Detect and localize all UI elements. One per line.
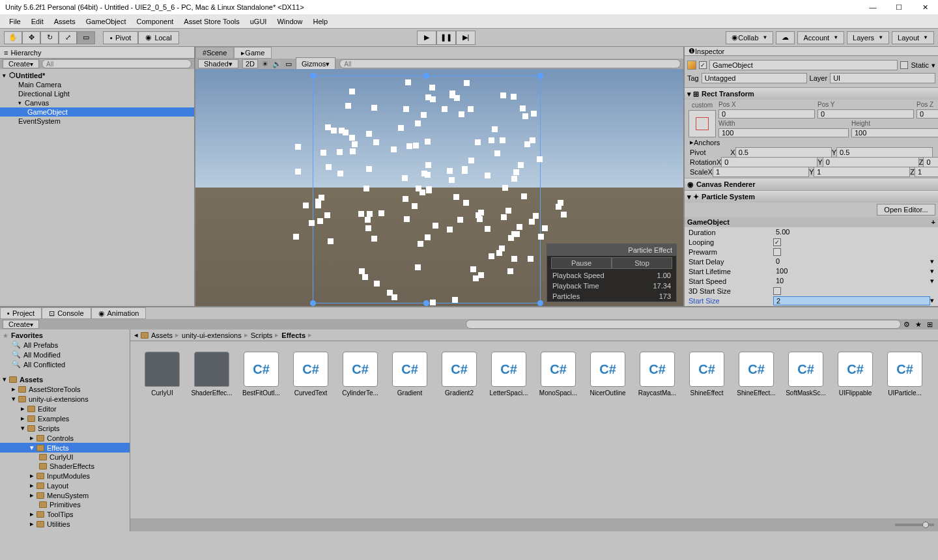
asset-softmasksc[interactable]: C#SoftMaskSc... [784, 352, 827, 397]
local-toggle[interactable]: ◉ Local [138, 31, 178, 44]
account-dropdown[interactable]: Account▼ [797, 31, 844, 44]
fav-conflicted[interactable]: 🔍 All Conflicted [0, 359, 130, 369]
open-editor-button[interactable]: Open Editor... [877, 204, 935, 216]
shading-dropdown[interactable]: Shaded ▾ [198, 59, 238, 68]
rect-tool[interactable]: ▭ [77, 31, 95, 44]
handle-tr[interactable] [537, 73, 543, 79]
handle-tl[interactable] [310, 73, 316, 79]
asset-cylinderte[interactable]: C#CylinderTe... [339, 352, 382, 397]
asset-uiflippable[interactable]: C#UIFlippable [834, 352, 877, 397]
scale-x[interactable] [713, 167, 809, 177]
create-dropdown[interactable]: Create ▾ [3, 59, 39, 68]
assets-root[interactable]: ▾ Assets [0, 374, 130, 384]
thumbnail-slider[interactable] [895, 524, 934, 526]
pos-z[interactable] [917, 109, 938, 119]
menu-file[interactable]: File [4, 18, 26, 25]
tree-utilities[interactable]: ▸ Utilities [0, 519, 130, 529]
canvas-renderer-header[interactable]: ◉ Canvas Renderer [685, 178, 938, 190]
pause-button[interactable]: ❚❚ [436, 31, 456, 45]
layer-dropdown[interactable]: UI [830, 73, 935, 83]
tree-tooltips[interactable]: ▸ ToolTips [0, 509, 130, 519]
tree-menusystem[interactable]: ▸ MenuSystem [0, 490, 130, 500]
tree-examples[interactable]: ▸ Examples [0, 413, 130, 423]
bc-effects[interactable]: Effects [281, 331, 306, 339]
hierarchy-search[interactable] [42, 59, 192, 68]
asset-letterspaci[interactable]: C#LetterSpaci... [487, 352, 530, 397]
filter-star-icon[interactable]: ★ [913, 320, 924, 329]
menu-window[interactable]: Window [272, 18, 307, 25]
menu-ugui[interactable]: uGUI [245, 18, 272, 25]
maximize-button[interactable]: ☐ [891, 3, 907, 12]
asset-niceroutline[interactable]: C#NicerOutline [586, 352, 629, 397]
fx-icon[interactable]: ▭ [285, 60, 292, 68]
rot-x[interactable] [721, 157, 817, 167]
lighting-icon[interactable]: ☀ [262, 60, 268, 68]
bc-ext[interactable]: unity-ui-extensions [182, 331, 242, 339]
menu-component[interactable]: Component [131, 18, 178, 25]
handle-tm[interactable] [423, 73, 429, 79]
pos-y[interactable] [817, 109, 914, 119]
rect-transform-header[interactable]: ▾ ⊞ Rect Transform [685, 88, 938, 100]
width-input[interactable] [718, 128, 849, 137]
play-button[interactable]: ▶ [417, 31, 436, 45]
project-search[interactable] [466, 320, 901, 329]
startlifetime-value[interactable]: 100 [773, 267, 930, 276]
tree-uiextensions[interactable]: ▾ unity-ui-extensions [0, 394, 130, 404]
prewarm-check[interactable] [773, 248, 781, 256]
scene-search[interactable] [339, 59, 681, 68]
asset-uiparticle[interactable]: C#UIParticle... [883, 352, 926, 397]
height-input[interactable] [851, 128, 938, 137]
pivot-x[interactable] [735, 147, 832, 158]
bc-scripts[interactable]: Scripts [251, 331, 273, 339]
handle-bl[interactable] [310, 300, 316, 306]
asset-gradient[interactable]: C#Gradient [388, 352, 431, 397]
hierarchy-item-camera[interactable]: Main Camera [0, 80, 194, 89]
object-name-input[interactable] [709, 60, 898, 70]
looping-check[interactable]: ✓ [773, 238, 781, 246]
asset-shadereffec[interactable]: ShaderEffec... [190, 352, 233, 397]
hierarchy-item-light[interactable]: Directional Light [0, 89, 194, 98]
asset-shineeffect[interactable]: C#ShineEffect... [735, 352, 778, 397]
handle-br[interactable] [537, 300, 543, 306]
asset-monospaci[interactable]: C#MonoSpaci... [537, 352, 580, 397]
asset-shineeffect[interactable]: C#ShineEffect [685, 352, 728, 397]
duration-value[interactable]: 5.00 [773, 228, 934, 237]
tree-primitives[interactable]: Primitives [0, 500, 130, 509]
menu-edit[interactable]: Edit [26, 18, 49, 25]
startsize3d-check[interactable] [773, 287, 781, 295]
tree-editor[interactable]: ▸ Editor [0, 404, 130, 413]
menu-gameobject[interactable]: GameObject [81, 18, 132, 25]
asset-curlyui[interactable]: CurlyUI [141, 352, 184, 397]
rot-z[interactable] [923, 157, 938, 167]
tag-dropdown[interactable]: Untagged [702, 73, 807, 83]
hierarchy-item-eventsystem[interactable]: EventSystem [0, 117, 194, 126]
scene-viewport[interactable]: Particle Effect Pause Stop Playback Spee… [195, 69, 683, 306]
pivot-y[interactable] [836, 147, 933, 158]
handle-bm[interactable] [423, 300, 429, 306]
pos-x[interactable] [718, 109, 815, 119]
anchor-preset[interactable] [689, 110, 716, 137]
tab-game[interactable]: ▸ Game [234, 47, 272, 59]
filter-icon[interactable]: ⚙ [901, 320, 913, 329]
rotate-tool[interactable]: ↻ [40, 31, 59, 44]
fav-modified[interactable]: 🔍 All Modified [0, 350, 130, 359]
tree-assetstoretools[interactable]: ▸ AssetStoreTools [0, 384, 130, 394]
tree-shadereffects[interactable]: ShaderEffects [0, 462, 130, 471]
tree-controls[interactable]: ▸ Controls [0, 433, 130, 443]
tab-scene[interactable]: # Scene [195, 47, 234, 59]
asset-raycastma[interactable]: C#RaycastMa... [636, 352, 679, 397]
ps-main-module[interactable]: GameObject+ [685, 217, 938, 227]
scale-y[interactable] [814, 167, 910, 177]
tab-console[interactable]: ⊡ Console [42, 307, 91, 319]
save-search-icon[interactable]: ⊞ [924, 320, 935, 329]
close-button[interactable]: ✕ [917, 3, 933, 12]
hand-tool[interactable]: ✋ [4, 31, 22, 44]
collab-dropdown[interactable]: ◉ Collab▼ [726, 31, 773, 44]
bc-assets[interactable]: Assets [151, 331, 173, 339]
step-button[interactable]: ▶| [456, 31, 476, 45]
menu-assets[interactable]: Assets [49, 18, 81, 25]
pivot-toggle[interactable]: ▪ Pivot [103, 31, 138, 44]
inspector-tab[interactable]: ❶ Inspector [685, 47, 938, 56]
startsize-input[interactable] [773, 296, 930, 305]
project-create[interactable]: Create ▾ [3, 320, 39, 329]
